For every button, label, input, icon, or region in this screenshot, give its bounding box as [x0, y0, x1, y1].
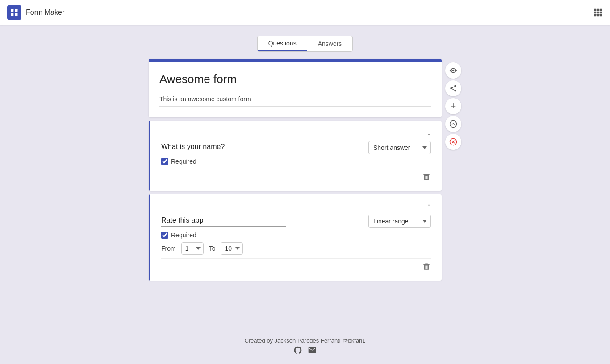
q1-bottom-actions	[161, 169, 431, 184]
svg-rect-1	[15, 9, 18, 12]
share-button[interactable]	[445, 80, 461, 96]
q2-required-checkbox[interactable]	[161, 232, 168, 239]
q2-required-label: Required	[171, 232, 196, 239]
svg-line-16	[452, 89, 454, 90]
range-to-label: To	[209, 245, 216, 252]
question-card-2: ↑ Rate this app Short answer Paragraph M…	[149, 194, 442, 281]
apps-button[interactable]	[593, 8, 603, 17]
q1-text: What is your name?	[161, 143, 286, 153]
q2-text-wrapper: Rate this app	[161, 216, 368, 227]
main-content: Questions Answers Awesome form This is a…	[0, 25, 610, 330]
svg-point-18	[450, 121, 457, 128]
linear-range-row: From 0 1 To 2 3 4 5 6 7 8 9	[161, 242, 431, 255]
github-icon	[293, 346, 302, 355]
range-to-select[interactable]: 2 3 4 5 6 7 8 9 10	[221, 242, 243, 255]
q2-top-actions: ↑	[161, 202, 431, 211]
range-from-label: From	[161, 245, 176, 252]
form-panel: Awesome form This is an awesome custom f…	[149, 59, 442, 284]
app-logo	[7, 5, 21, 20]
svg-rect-7	[594, 12, 597, 14]
tab-questions[interactable]: Questions	[258, 36, 307, 51]
trash-icon-svg	[422, 173, 431, 182]
q2-text: Rate this app	[161, 216, 286, 227]
svg-point-14	[450, 87, 452, 90]
tab-answers[interactable]: Answers	[307, 36, 353, 51]
up-circle-icon	[449, 120, 457, 128]
q2-delete-button[interactable]	[422, 262, 431, 273]
q1-row: What is your name? Short answer Paragrap…	[161, 141, 431, 154]
svg-point-15	[454, 90, 456, 92]
q2-type-select[interactable]: Short answer Paragraph Multiple choice C…	[368, 215, 431, 228]
q2-arrow-up-icon[interactable]: ↑	[427, 202, 431, 211]
q1-required-checkbox[interactable]	[161, 158, 168, 165]
github-link[interactable]	[293, 346, 302, 357]
svg-rect-4	[594, 9, 597, 11]
range-from-select[interactable]: 0 1	[181, 242, 204, 255]
email-icon	[308, 346, 317, 355]
header: Form Maker	[0, 0, 610, 25]
svg-point-13	[454, 85, 456, 87]
logo-icon	[10, 8, 19, 17]
svg-rect-5	[597, 9, 599, 11]
q2-bottom-actions	[161, 258, 431, 273]
svg-rect-9	[600, 12, 602, 14]
app-title: Form Maker	[26, 8, 64, 17]
svg-rect-2	[11, 13, 14, 16]
question-card-1: ↓ What is your name? Short answer Paragr…	[149, 121, 442, 191]
q1-top-actions: ↓	[161, 128, 431, 137]
preview-button[interactable]	[445, 62, 461, 79]
svg-rect-6	[600, 9, 602, 11]
q1-arrow-down-icon[interactable]: ↓	[427, 128, 431, 137]
footer-icons	[7, 346, 603, 357]
form-outer: Awesome form This is an awesome custom f…	[149, 59, 461, 284]
svg-rect-11	[597, 14, 599, 17]
email-link[interactable]	[308, 346, 317, 357]
q1-required-label: Required	[171, 158, 196, 165]
move-up-button[interactable]	[445, 116, 461, 132]
svg-line-17	[452, 87, 454, 88]
form-description: This is an awesome custom form	[159, 95, 431, 107]
tabs-container: Questions Answers	[257, 36, 353, 52]
close-button[interactable]	[445, 134, 461, 150]
svg-rect-3	[15, 13, 18, 16]
form-header-card: Awesome form This is an awesome custom f…	[149, 59, 442, 117]
share-icon	[449, 84, 457, 92]
svg-rect-12	[600, 14, 602, 17]
sidebar-actions: +	[445, 59, 461, 150]
grid-icon	[593, 8, 603, 17]
close-icon	[449, 138, 457, 146]
svg-rect-10	[594, 14, 597, 17]
eye-icon	[449, 66, 457, 74]
svg-rect-0	[11, 9, 14, 12]
footer: Created by Jackson Paredes Ferranti @bkf…	[0, 330, 610, 364]
q1-type-select[interactable]: Short answer Paragraph Multiple choice C…	[368, 141, 431, 154]
q2-row: Rate this app Short answer Paragraph Mul…	[161, 215, 431, 228]
q1-delete-button[interactable]	[422, 173, 431, 184]
form-title: Awesome form	[159, 72, 431, 90]
svg-rect-8	[597, 12, 599, 14]
add-question-button[interactable]: +	[445, 98, 461, 114]
q1-required-row: Required	[161, 158, 431, 165]
q2-trash-icon-svg	[422, 262, 431, 271]
header-left: Form Maker	[7, 5, 64, 20]
q1-text-wrapper: What is your name?	[161, 143, 368, 153]
q2-required-row: Required	[161, 232, 431, 239]
footer-text: Created by Jackson Paredes Ferranti @bkf…	[7, 337, 603, 344]
